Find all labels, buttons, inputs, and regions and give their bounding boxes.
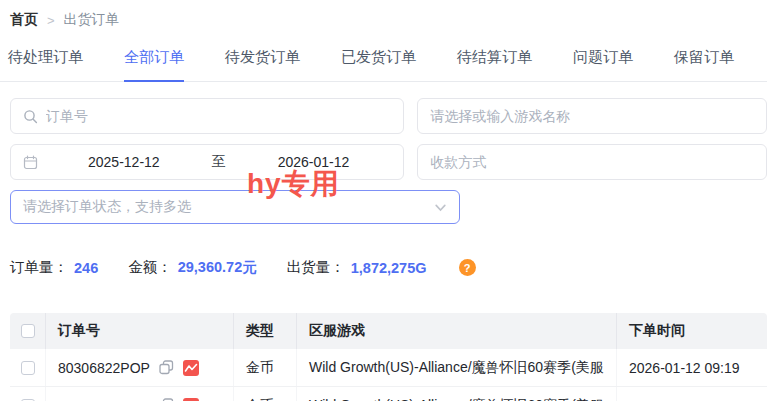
screenshot-image-icon[interactable] <box>183 360 199 376</box>
order-no-cell: 80306822POP <box>46 349 234 386</box>
chevron-down-icon <box>434 201 447 214</box>
copy-icon[interactable] <box>159 360 174 375</box>
stat-order-count: 订单量： 246 <box>10 258 98 277</box>
order-time-cell: 2026-01-12 09:19 <box>617 349 767 386</box>
game-cell: Wild Growth(US)-Alliance/魔兽怀旧60赛季(美服 <box>297 349 617 386</box>
date-end-value[interactable]: 2026-01-12 <box>236 154 392 170</box>
stat-amount: 金额： 29,360.72元 <box>128 258 257 277</box>
stat-order-count-label: 订单量： <box>10 258 68 277</box>
orders-table: 订单号 类型 区服游戏 下单时间 80306822POP 金币 Wild Gro… <box>10 313 767 401</box>
calendar-icon <box>23 155 38 170</box>
breadcrumb-current: 出货订单 <box>64 11 120 29</box>
tab-to-settle-orders[interactable]: 待结算订单 <box>457 48 532 81</box>
tab-problem-orders[interactable]: 问题订单 <box>573 48 633 81</box>
order-status-select[interactable]: 请选择订单状态，支持多选 <box>10 190 460 224</box>
breadcrumb-home[interactable]: 首页 <box>10 11 38 29</box>
filter-form: 2025-12-12 至 2026-01-12 请选择订单状态，支持多选 <box>0 82 767 224</box>
header-order-no: 订单号 <box>46 313 234 349</box>
row-check-cell <box>10 387 46 401</box>
order-status-placeholder: 请选择订单状态，支持多选 <box>23 198 191 216</box>
select-all-cell <box>10 313 46 349</box>
payment-method-input[interactable] <box>430 154 754 170</box>
order-tabs: 待处理订单 全部订单 待发货订单 已发货订单 待结算订单 问题订单 保留订单 <box>0 48 767 82</box>
breadcrumb-separator: > <box>47 13 55 28</box>
payment-method-box <box>417 144 767 180</box>
stat-shipment-label: 出货量： <box>287 258 345 277</box>
help-question-icon[interactable]: ? <box>459 259 476 276</box>
header-type: 类型 <box>234 313 297 349</box>
table-row: 80306822POP 金币 Wild Growth(US)-Alliance/… <box>10 349 767 387</box>
game-cell: Wild Growth(US)-Alliance/魔兽怀旧60赛季(美服 <box>297 387 617 401</box>
order-no-search-box <box>10 98 404 134</box>
date-range-separator: 至 <box>210 153 228 171</box>
date-range-picker[interactable]: 2025-12-12 至 2026-01-12 <box>10 144 404 180</box>
order-time-cell: 2026-01-11 21:14 <box>617 387 767 401</box>
screenshot-image-icon[interactable] <box>183 398 199 401</box>
row-check-cell <box>10 349 46 386</box>
stat-order-count-value: 246 <box>74 260 98 276</box>
search-icon <box>23 109 38 124</box>
summary-stats: 订单量： 246 金额： 29,360.72元 出货量： 1,872,275G … <box>0 258 767 277</box>
tab-pending-orders[interactable]: 待处理订单 <box>8 48 83 81</box>
order-no-cell: 80306199POP <box>46 387 234 401</box>
breadcrumb: 首页 > 出货订单 <box>0 0 767 29</box>
type-cell: 金币 <box>234 387 297 401</box>
row-checkbox[interactable] <box>21 361 35 375</box>
tab-to-ship-orders[interactable]: 待发货订单 <box>225 48 300 81</box>
game-name-box <box>417 98 767 134</box>
stat-shipment-value: 1,872,275G <box>351 260 427 276</box>
select-all-checkbox[interactable] <box>21 324 35 338</box>
order-no-text: 80306199POP <box>58 398 150 401</box>
table-header-row: 订单号 类型 区服游戏 下单时间 <box>10 313 767 349</box>
stat-amount-value: 29,360.72元 <box>178 258 257 277</box>
tab-all-orders[interactable]: 全部订单 <box>124 48 184 82</box>
type-cell: 金币 <box>234 349 297 386</box>
tab-held-orders[interactable]: 保留订单 <box>674 48 734 81</box>
table-row: 80306199POP 金币 Wild Growth(US)-Alliance/… <box>10 387 767 401</box>
stat-shipment: 出货量： 1,872,275G <box>287 258 427 277</box>
order-no-input[interactable] <box>46 108 391 124</box>
order-no-text: 80306822POP <box>58 360 150 376</box>
date-start-value[interactable]: 2025-12-12 <box>46 154 202 170</box>
stat-amount-label: 金额： <box>128 258 172 277</box>
header-game: 区服游戏 <box>297 313 617 349</box>
tab-shipped-orders[interactable]: 已发货订单 <box>341 48 416 81</box>
game-name-input[interactable] <box>430 108 754 124</box>
header-order-time: 下单时间 <box>617 313 767 349</box>
